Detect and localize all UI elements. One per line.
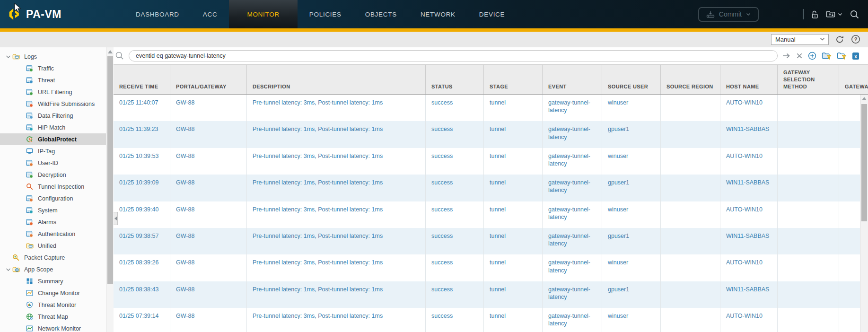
unlock-icon[interactable] xyxy=(811,10,819,19)
log-value-link[interactable]: success xyxy=(431,206,453,213)
sidebar-item-data-filtering[interactable]: Data Filtering xyxy=(0,110,106,122)
log-value-link[interactable]: GW-88 xyxy=(176,286,194,293)
log-value-link[interactable]: gateway-tunnel-latency xyxy=(548,313,590,327)
log-value-link[interactable]: Pre-tunnel latency: 1ms, Post-tunnel lat… xyxy=(253,233,383,239)
log-value-link[interactable]: 01/25 10:39:09 xyxy=(119,179,158,186)
log-value-link[interactable]: gpuser1 xyxy=(608,233,629,239)
log-value-link[interactable]: gpuser1 xyxy=(608,179,629,186)
log-value-link[interactable]: GW-88 xyxy=(176,99,194,106)
log-value-link[interactable]: success xyxy=(431,126,453,132)
sidebar-item-threat[interactable]: Threat xyxy=(0,74,106,86)
log-value-link[interactable]: tunnel xyxy=(490,259,506,266)
log-value-link[interactable]: success xyxy=(431,153,453,159)
load-filter-icon[interactable] xyxy=(822,52,832,60)
column-header-status[interactable]: STATUS xyxy=(426,65,484,94)
log-value-link[interactable]: AUTO-WIN10 xyxy=(726,153,763,159)
log-value-link[interactable]: Pre-tunnel latency: 1ms, Post-tunnel lat… xyxy=(253,286,383,293)
help-icon[interactable]: ? xyxy=(851,35,860,44)
log-value-link[interactable]: WIN11-SABBAS xyxy=(726,179,769,186)
log-value-link[interactable]: tunnel xyxy=(490,313,506,319)
column-header-description[interactable]: DESCRIPTION xyxy=(247,65,426,94)
log-value-link[interactable]: WIN11-SABBAS xyxy=(726,286,769,293)
log-value-link[interactable]: AUTO-WIN10 xyxy=(726,99,763,106)
log-value-link[interactable]: gateway-tunnel-latency xyxy=(548,233,590,247)
log-value-link[interactable]: 01/25 11:40:07 xyxy=(119,99,158,106)
log-value-link[interactable]: gateway-tunnel-latency xyxy=(548,153,590,167)
log-value-link[interactable]: 01/25 09:38:57 xyxy=(119,233,158,239)
log-value-link[interactable]: success xyxy=(431,179,453,186)
sidebar-collapse-handle[interactable] xyxy=(114,212,118,225)
log-value-link[interactable]: AUTO-WIN10 xyxy=(726,259,763,266)
sidebar-item-tunnel-inspection[interactable]: Tunnel Inspection xyxy=(0,181,106,192)
sidebar-item-threat-map[interactable]: Threat Map xyxy=(0,311,106,323)
tab-network[interactable]: NETWORK xyxy=(409,0,467,28)
column-header-host-name[interactable]: HOST NAME xyxy=(720,65,778,94)
log-value-link[interactable]: 01/25 10:39:53 xyxy=(119,153,158,159)
tab-dashboard[interactable]: DASHBOARD xyxy=(124,0,191,28)
log-value-link[interactable]: success xyxy=(431,286,453,293)
clear-filter-icon[interactable] xyxy=(796,52,803,59)
column-header-source-region[interactable]: SOURCE REGION xyxy=(661,65,720,94)
log-value-link[interactable]: Pre-tunnel latency: 1ms, Post-tunnel lat… xyxy=(253,126,383,132)
log-value-link[interactable]: AUTO-WIN10 xyxy=(726,313,763,319)
log-value-link[interactable]: success xyxy=(431,233,453,239)
log-value-link[interactable]: 01/25 08:39:26 xyxy=(119,259,158,266)
log-value-link[interactable]: tunnel xyxy=(490,99,506,106)
sidebar-item-system[interactable]: System xyxy=(0,204,106,216)
sidebar-item-summary[interactable]: Summary xyxy=(0,275,106,287)
refresh-interval-select[interactable]: Manual xyxy=(771,34,829,45)
log-value-link[interactable]: WIN11-SABBAS xyxy=(726,126,769,132)
commit-button[interactable]: Commit xyxy=(698,7,759,22)
column-header-gatewa[interactable]: GATEWA xyxy=(839,65,868,94)
sidebar-item-configuration[interactable]: Configuration xyxy=(0,192,106,204)
log-value-link[interactable]: gateway-tunnel-latency xyxy=(548,126,590,140)
log-value-link[interactable]: Pre-tunnel latency: 3ms, Post-tunnel lat… xyxy=(253,259,383,266)
log-value-link[interactable]: GW-88 xyxy=(176,313,194,319)
refresh-icon[interactable] xyxy=(835,35,845,44)
add-filter-icon[interactable] xyxy=(808,52,816,60)
sidebar-item-network-monitor[interactable]: Network Monitor xyxy=(0,323,106,332)
config-sync-folder-button[interactable] xyxy=(826,10,842,18)
sidebar-item-decryption[interactable]: Decryption xyxy=(0,169,106,181)
scroll-up-arrow-icon[interactable] xyxy=(108,50,113,53)
apply-filter-icon[interactable] xyxy=(782,52,791,59)
scroll-up-arrow-icon[interactable] xyxy=(862,97,867,100)
sidebar-item-authentication[interactable]: Authentication xyxy=(0,228,106,240)
log-value-link[interactable]: success xyxy=(431,259,453,266)
log-value-link[interactable]: Pre-tunnel latency: 3ms, Post-tunnel lat… xyxy=(253,153,383,159)
sidebar-item-wildfire-submissions[interactable]: WildFire Submissions xyxy=(0,98,106,110)
sidebar-item-threat-monitor[interactable]: Threat Monitor xyxy=(0,299,106,311)
log-value-link[interactable]: WIN11-SABBAS xyxy=(726,233,769,239)
sidebar-item-change-monitor[interactable]: Change Monitor xyxy=(0,287,106,299)
column-header-gateway-selection-method[interactable]: GATEWAY SELECTION METHOD xyxy=(778,65,839,94)
sidebar-item-alarms[interactable]: Alarms xyxy=(0,216,106,228)
export-icon[interactable]: x xyxy=(852,52,859,60)
sidebar-item-logs[interactable]: Logs xyxy=(0,51,106,62)
log-value-link[interactable]: tunnel xyxy=(490,233,506,239)
log-value-link[interactable]: Pre-tunnel latency: 3ms, Post-tunnel lat… xyxy=(253,206,383,213)
log-value-link[interactable]: gateway-tunnel-latency xyxy=(548,179,590,193)
log-value-link[interactable]: gpuser1 xyxy=(608,286,629,293)
log-value-link[interactable]: 01/25 07:39:14 xyxy=(119,313,158,319)
save-filter-icon[interactable] xyxy=(837,52,847,60)
log-value-link[interactable]: GW-88 xyxy=(176,259,194,266)
log-value-link[interactable]: GW-88 xyxy=(176,126,194,132)
log-value-link[interactable]: GW-88 xyxy=(176,179,194,186)
sidebar-item-user-id[interactable]: User-ID xyxy=(0,157,106,169)
sidebar-item-globalprotect[interactable]: GlobalProtect xyxy=(0,133,106,145)
table-scrollbar[interactable] xyxy=(860,95,868,332)
log-value-link[interactable]: 01/25 11:39:23 xyxy=(119,126,158,132)
sidebar-scrollbar-thumb[interactable] xyxy=(107,56,113,284)
sidebar-item-unified[interactable]: Unified xyxy=(0,240,106,252)
sidebar-item-app-scope[interactable]: App Scope xyxy=(0,263,106,275)
log-value-link[interactable]: 01/25 09:39:40 xyxy=(119,206,158,213)
caret-down-icon[interactable] xyxy=(4,55,12,59)
sidebar-item-url-filtering[interactable]: URL Filtering xyxy=(0,86,106,98)
column-header-portal-gateway[interactable]: PORTAL/GATEWAY xyxy=(170,65,247,94)
log-value-link[interactable]: tunnel xyxy=(490,153,506,159)
global-find-icon[interactable] xyxy=(850,9,859,19)
tab-monitor[interactable]: MONITOR xyxy=(229,0,297,28)
tab-policies[interactable]: POLICIES xyxy=(298,0,353,28)
log-value-link[interactable]: winuser xyxy=(608,313,628,319)
log-value-link[interactable]: tunnel xyxy=(490,126,506,132)
